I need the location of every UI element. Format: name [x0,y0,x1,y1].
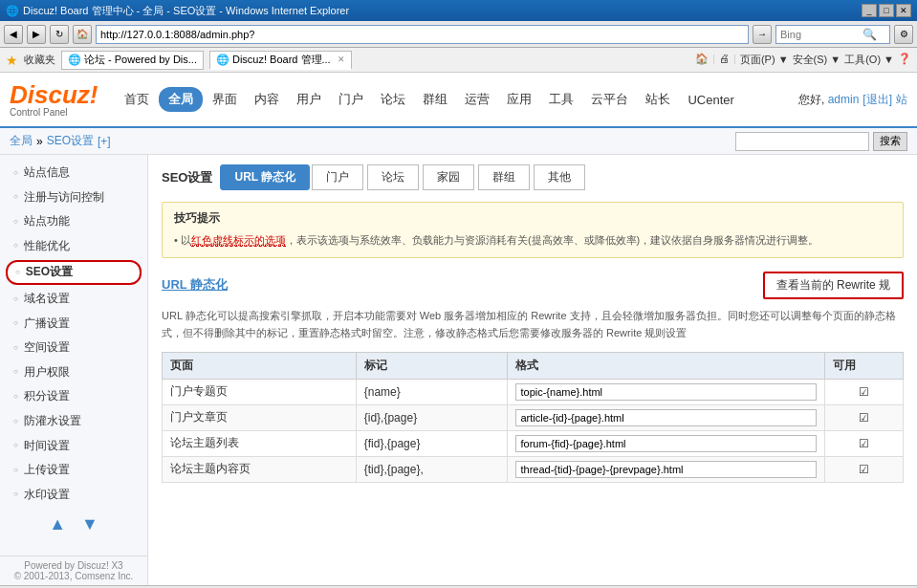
sidebar-item-broadcast[interactable]: ○ 广播设置 [0,312,147,337]
dz-header: Discuz! Control Panel 首页 全局 界面 内容 用户 门户 … [0,73,917,128]
nav-content[interactable]: 内容 [247,87,287,112]
format-input[interactable] [515,409,816,426]
tips-title: 技巧提示 [174,210,891,227]
site-link[interactable]: 站 [896,92,907,108]
nav-cloud[interactable]: 云平台 [583,87,636,112]
sidebar-footer: Powered by Discuz! X3 © 2001-2013, Comse… [0,555,147,585]
bullet-icon: ○ [13,217,18,227]
page-enabled: ☑ [824,456,903,482]
sidebar-item-siteinfo[interactable]: ○ 站点信息 [0,161,147,185]
help-icon[interactable]: ❓ [898,53,911,67]
minimize-button[interactable]: _ [862,4,877,17]
nav-home[interactable]: 首页 [117,87,157,112]
user-name[interactable]: admin [828,93,860,106]
options-button[interactable]: ⚙ [894,25,913,44]
page-format[interactable] [508,430,824,456]
page-format[interactable] [508,456,824,482]
bullet-icon: ○ [13,417,18,426]
ie-search-input[interactable] [776,29,862,40]
tab-forum[interactable]: 🌐 论坛 - Powered by Dis... [61,51,204,70]
nav-portal[interactable]: 门户 [331,87,371,112]
tools-menu[interactable]: 工具(O) ▼ [844,53,894,67]
format-input[interactable] [515,435,816,452]
sidebar-item-domain[interactable]: ○ 域名设置 [0,287,147,312]
tab-admin[interactable]: 🌐 Discuz! Board 管理... ✕ [209,51,352,70]
address-input[interactable] [96,25,749,44]
copyright: © 2001-2013, Comsenz Inc. [4,571,143,581]
page-format[interactable] [508,379,824,404]
page-name: 门户文章页 [163,404,357,430]
nav-apps[interactable]: 应用 [499,87,539,112]
bullet-icon: ○ [13,318,18,328]
nav-ucenter[interactable]: UCenter [680,89,741,111]
bullet-icon: ○ [13,343,18,353]
sidebar-item-points[interactable]: ○ 积分设置 [0,384,147,409]
col-page: 页面 [163,352,357,379]
main-content: SEO设置 URL 静态化 门户 论坛 家园 群组 其他 技巧提示 • 以红色虚… [148,155,917,585]
close-button[interactable]: ✕ [896,4,911,17]
sidebar-item-seo[interactable]: ○ SEO设置 [6,260,142,285]
sidebar-item-register[interactable]: ○ 注册与访问控制 [0,185,147,210]
nav-tools[interactable]: 工具 [541,87,581,112]
home-nav-icon[interactable]: 🏠 [695,53,709,67]
nav-users[interactable]: 用户 [289,87,329,112]
page-enabled: ☑ [824,404,903,430]
tab-home[interactable]: 家园 [423,164,474,190]
favorites-label: 收藏夹 [24,53,55,67]
nav-webmaster[interactable]: 站长 [638,87,678,112]
sidebar-item-space[interactable]: ○ 空间设置 [0,336,147,360]
rewrite-button[interactable]: 查看当前的 Rewrite 规 [763,272,904,299]
bullet-icon: ○ [15,268,20,277]
page-mark: {id},{page} [356,404,508,430]
page-name: 门户专题页 [163,379,357,404]
tab-other[interactable]: 其他 [534,164,585,190]
tab-groups[interactable]: 群组 [478,164,530,190]
window-controls[interactable]: _ □ ✕ [862,4,911,17]
search-box: 搜索 [735,132,907,151]
bullet-icon: ○ [13,241,18,250]
page-format[interactable] [508,404,824,430]
format-input[interactable] [515,383,816,401]
tab-forum[interactable]: 论坛 [367,164,419,190]
search-input[interactable] [735,132,869,151]
forward-button[interactable]: ▶ [27,25,46,44]
safety-menu[interactable]: 安全(S) ▼ [793,53,841,67]
sidebar-item-spam[interactable]: ○ 防灌水设置 [0,409,147,434]
scroll-up-button[interactable]: ▲ [49,514,66,534]
red-underline-text: 红色虚线标示的选项 [191,234,286,247]
refresh-button[interactable]: ↻ [50,25,69,44]
sidebar-item-upload[interactable]: ○ 上传设置 [0,458,147,483]
nav-operations[interactable]: 运营 [457,87,497,112]
nav-interface[interactable]: 界面 [205,87,245,112]
user-info: 您好, admin [退出] 站 [798,92,907,108]
sidebar-item-functions[interactable]: ○ 站点功能 [0,209,147,234]
breadcrumb: 全局 » SEO设置 [+] [10,133,111,149]
sidebar-item-time[interactable]: ○ 时间设置 [0,434,147,459]
logout-link[interactable]: [退出] [862,92,892,108]
format-input[interactable] [515,461,816,478]
bullet-icon: ○ [13,294,18,304]
sidebar-item-permissions[interactable]: ○ 用户权限 [0,360,147,385]
user-greeting: 您好, admin [798,92,859,108]
nav-groups[interactable]: 群组 [415,87,455,112]
nav-global[interactable]: 全局 [159,87,203,112]
breadcrumb-extra[interactable]: [+] [98,135,111,148]
print-icon[interactable]: 🖨 [719,53,730,67]
maximize-button[interactable]: □ [879,4,894,17]
page-enabled: ☑ [824,430,903,456]
breadcrumb-seo[interactable]: SEO设置 [47,133,94,149]
go-button[interactable]: → [753,25,772,44]
page-menu[interactable]: 页面(P) ▼ [740,53,789,67]
tab-url-static[interactable]: URL 静态化 [220,164,310,190]
sidebar-item-performance[interactable]: ○ 性能优化 [0,234,147,259]
scroll-down-button[interactable]: ▼ [81,514,98,534]
back-button[interactable]: ◀ [4,25,23,44]
breadcrumb-global[interactable]: 全局 [10,133,33,149]
sidebar-item-watermark[interactable]: ○ 水印设置 [0,483,147,508]
home-button[interactable]: 🏠 [73,25,92,44]
search-button[interactable]: 搜索 [873,132,907,151]
nav-forum[interactable]: 论坛 [373,87,413,112]
tab-close-icon[interactable]: ✕ [338,54,345,64]
page-mark: {tid},{page}, [356,456,508,482]
tab-portal[interactable]: 门户 [312,164,363,190]
